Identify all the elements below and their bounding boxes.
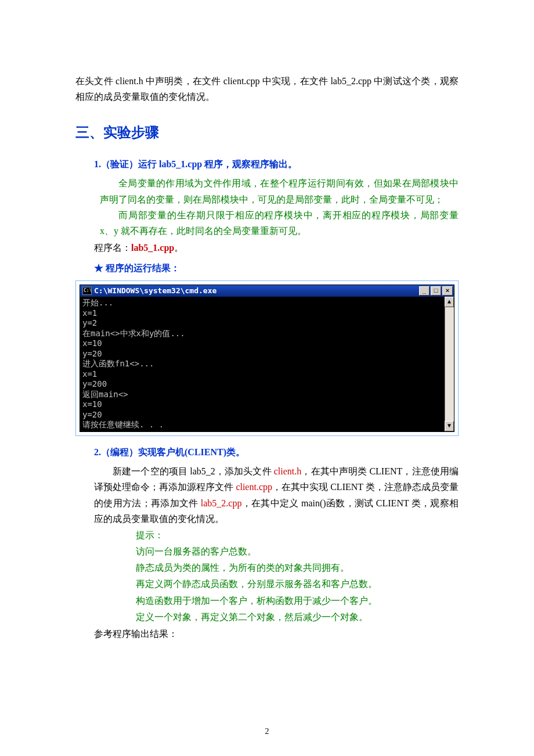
scroll-up-icon[interactable]: ▲ <box>445 297 454 307</box>
program-name-line: 程序名：lab5_1.cpp。 <box>94 240 459 255</box>
window-buttons: _ □ × <box>419 286 453 296</box>
page-number: 2 <box>0 725 534 739</box>
cmd-screenshot-frame: C:\WINDOWS\system32\cmd.exe _ □ × 开始... … <box>75 280 459 436</box>
hint-3: 再定义两个静态成员函数，分别显示服务器名和客户总数。 <box>136 576 459 592</box>
result-heading: ★ 程序的运行结果： <box>94 260 459 276</box>
s2-f: lab5_2.cpp <box>201 498 242 508</box>
maximize-button[interactable]: □ <box>431 286 441 296</box>
hints-label: 提示： <box>136 527 459 543</box>
minimize-button[interactable]: _ <box>419 286 430 296</box>
s2-d: client.cpp <box>236 482 272 492</box>
section-heading: 三、实验步骤 <box>75 121 459 145</box>
scrollbar[interactable]: ▲ ▼ <box>445 297 454 431</box>
cmd-output: 开始... x=1 y=2 在main<>中求x和y的值... x=10 y=2… <box>80 297 445 431</box>
hints-block: 提示： 访问一台服务器的客户总数。 静态成员为类的属性，为所有的类的对象共同拥有… <box>136 527 459 625</box>
cmd-window: C:\WINDOWS\system32\cmd.exe _ □ × 开始... … <box>80 285 454 432</box>
hint-2: 静态成员为类的属性，为所有的类的对象共同拥有。 <box>136 560 459 575</box>
cmd-titlebar: C:\WINDOWS\system32\cmd.exe _ □ × <box>80 285 454 297</box>
reference-output-label: 参考程序输出结果： <box>94 626 459 642</box>
prog-name: lab5_1.cpp <box>131 243 174 253</box>
step2-title: 2.（编程）实现客户机(CLIENT)类。 <box>94 444 459 460</box>
hint-5: 定义一个对象，再定义第二个对象，然后减少一个对象。 <box>136 609 459 625</box>
hint-1: 访问一台服务器的客户总数。 <box>136 543 459 559</box>
prog-label: 程序名： <box>94 243 131 253</box>
scroll-track[interactable] <box>445 307 454 421</box>
s2-a: 新建一个空的项目 lab5_2，添加头文件 <box>113 466 274 476</box>
cmd-body-wrap: 开始... x=1 y=2 在main<>中求x和y的值... x=10 y=2… <box>80 297 454 431</box>
close-button[interactable]: × <box>442 286 453 296</box>
prog-tail: 。 <box>174 243 183 253</box>
step2-body: 新建一个空的项目 lab5_2，添加头文件 client.h，在其中声明类 CL… <box>94 463 459 527</box>
cmd-title-text: C:\WINDOWS\system32\cmd.exe <box>94 285 217 297</box>
step1-explain: 全局变量的作用域为文件作用域，在整个程序运行期间有效，但如果在局部模块中声明了同… <box>100 175 459 239</box>
hint-4: 构造函数用于增加一个客户，析构函数用于减少一个客户。 <box>136 593 459 609</box>
intro-paragraph: 在头文件 client.h 中声明类，在文件 client.cpp 中实现，在文… <box>75 73 459 105</box>
s2-b: client.h <box>274 466 302 476</box>
scroll-down-icon[interactable]: ▼ <box>445 421 454 431</box>
step1-p1: 全局变量的作用域为文件作用域，在整个程序运行期间有效，但如果在局部模块中声明了同… <box>100 175 459 207</box>
step1-p2: 而局部变量的生存期只限于相应的程序模块中，离开相应的程序模块，局部变量 x、y … <box>100 207 459 239</box>
step1-block: 1.（验证）运行 lab5_1.cpp 程序，观察程序输出。 全局变量的作用域为… <box>94 156 459 276</box>
document-page: 在头文件 client.h 中声明类，在文件 client.cpp 中实现，在文… <box>0 0 534 756</box>
step1-title: 1.（验证）运行 lab5_1.cpp 程序，观察程序输出。 <box>94 156 459 172</box>
cmd-icon <box>82 287 92 295</box>
